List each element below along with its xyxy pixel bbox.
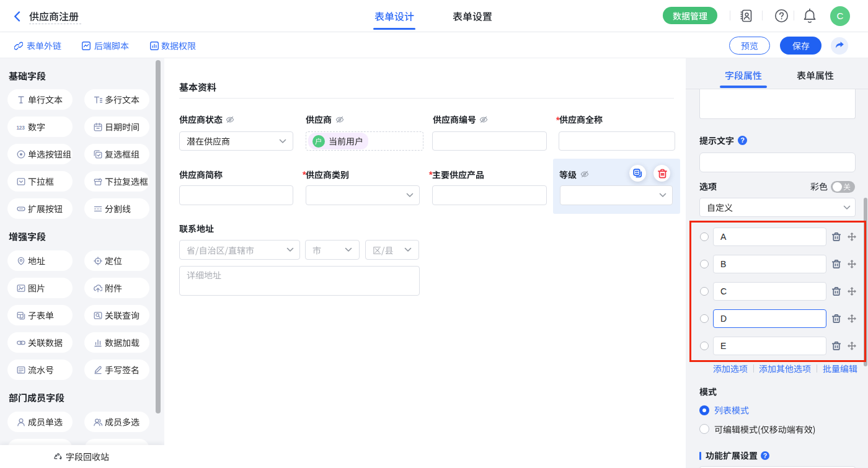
svg-text:123: 123	[17, 125, 25, 130]
